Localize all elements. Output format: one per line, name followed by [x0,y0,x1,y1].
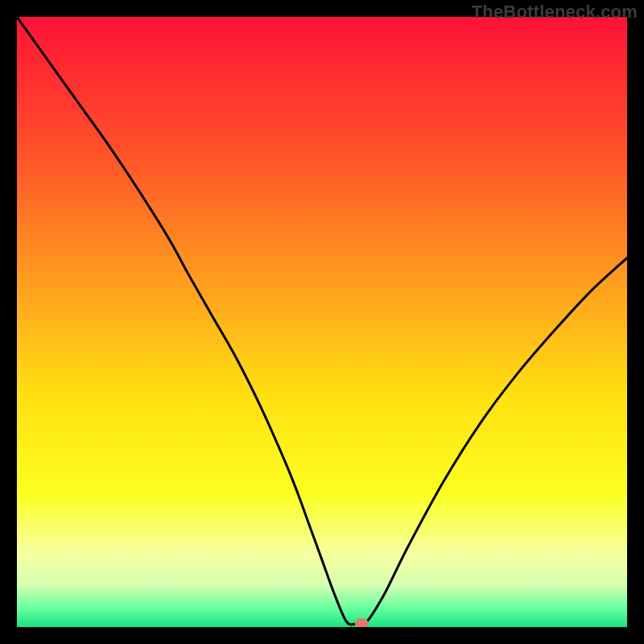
bottleneck-chart [17,17,627,627]
chart-background [17,17,627,627]
watermark-text: TheBottleneck.com [472,2,638,23]
